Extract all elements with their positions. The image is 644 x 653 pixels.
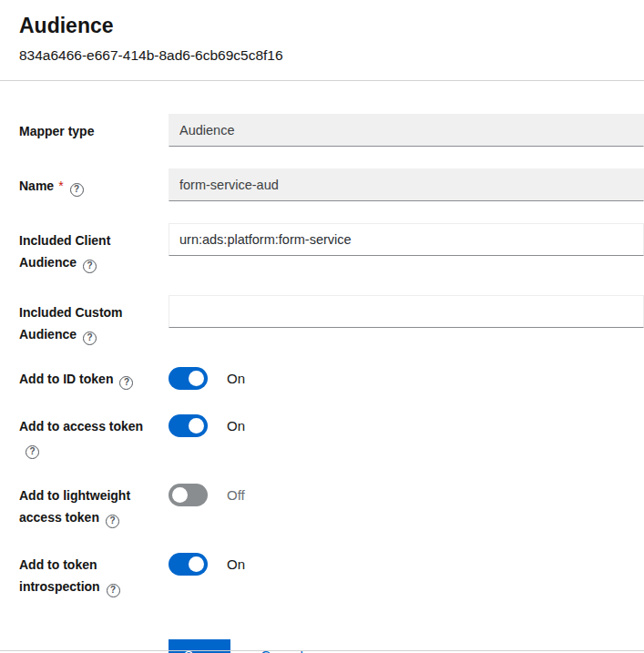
name-input <box>169 168 644 201</box>
included-custom-audience-help-icon[interactable]: ? <box>83 332 97 345</box>
add-to-id-token-control: On <box>169 367 644 390</box>
included-client-audience-label: Included Client Audience? <box>19 223 156 273</box>
mapper-form: Mapper type Name*? Included Client Audie… <box>0 81 644 653</box>
add-to-id-token-toggle[interactable] <box>169 367 208 390</box>
add-to-lightweight-access-token-state-label: Off <box>227 487 245 503</box>
page-header: Audience 834a6466-e667-414b-8ad6-6cb69c5… <box>0 0 644 80</box>
add-to-token-introspection-toggle[interactable] <box>169 553 208 576</box>
add-to-access-token-help-icon[interactable]: ? <box>26 445 39 459</box>
add-to-access-token-control: On <box>169 414 644 437</box>
add-to-id-token-label-text: Add to ID token <box>19 372 113 386</box>
mapper-type-label-text: Mapper type <box>19 124 94 138</box>
add-to-lightweight-access-token-toggle[interactable] <box>169 484 208 506</box>
included-client-audience-label-text: Included Client Audience <box>19 233 110 270</box>
mapper-type-label: Mapper type <box>19 114 156 142</box>
add-to-lightweight-access-token-help-icon[interactable]: ? <box>106 515 119 528</box>
field-row-included-client-audience: Included Client Audience? <box>19 223 644 273</box>
name-label: Name*? <box>19 168 156 197</box>
add-to-id-token-help-icon[interactable]: ? <box>119 376 133 390</box>
toggle-knob <box>189 418 204 434</box>
included-custom-audience-control <box>169 295 644 328</box>
field-row-mapper-type: Mapper type <box>19 114 644 147</box>
add-to-lightweight-access-token-control: Off <box>169 484 644 506</box>
included-client-audience-control <box>169 223 644 256</box>
add-to-token-introspection-control: On <box>169 553 644 576</box>
toggle-knob <box>189 371 204 386</box>
field-row-name: Name*? <box>19 168 644 201</box>
add-to-id-token-label: Add to ID token? <box>19 367 156 390</box>
field-row-included-custom-audience: Included Custom Audience? <box>19 295 644 345</box>
name-help-icon[interactable]: ? <box>70 183 84 197</box>
toggle-knob <box>189 556 204 572</box>
mapper-type-input <box>169 114 644 147</box>
included-custom-audience-label: Included Custom Audience? <box>19 295 156 345</box>
add-to-access-token-toggle[interactable] <box>169 414 208 437</box>
add-to-token-introspection-help-icon[interactable]: ? <box>107 584 120 597</box>
add-to-lightweight-access-token-label: Add to lightweight access token? <box>19 484 156 528</box>
add-to-token-introspection-label: Add to token introspection? <box>19 553 156 597</box>
add-to-access-token-label: Add to access token? <box>19 414 156 459</box>
footer-divider <box>0 650 644 651</box>
add-to-access-token-state-label: On <box>227 418 245 434</box>
add-to-access-token-label-text: Add to access token <box>19 419 143 434</box>
name-label-text: Name <box>19 179 54 193</box>
name-control <box>169 168 644 201</box>
mapper-id: 834a6466-e667-414b-8ad6-6cb69c5c8f16 <box>19 47 622 64</box>
required-indicator: * <box>58 179 63 193</box>
toggle-knob <box>172 487 188 503</box>
field-row-add-to-token-introspection: Add to token introspection? On <box>19 553 644 597</box>
add-to-id-token-state-label: On <box>227 371 245 386</box>
add-to-token-introspection-state-label: On <box>227 556 245 572</box>
included-custom-audience-label-text: Included Custom Audience <box>19 305 123 342</box>
mapper-type-control <box>169 114 644 147</box>
included-client-audience-help-icon[interactable]: ? <box>83 260 97 273</box>
field-row-add-to-lightweight-access-token: Add to lightweight access token? Off <box>19 484 644 528</box>
field-row-add-to-id-token: Add to ID token? On <box>19 367 644 390</box>
add-to-token-introspection-label-text: Add to token introspection <box>19 557 100 594</box>
field-row-add-to-access-token: Add to access token? On <box>19 414 644 459</box>
included-custom-audience-input[interactable] <box>169 295 644 328</box>
page-title: Audience <box>19 13 622 38</box>
included-client-audience-input[interactable] <box>169 223 644 256</box>
